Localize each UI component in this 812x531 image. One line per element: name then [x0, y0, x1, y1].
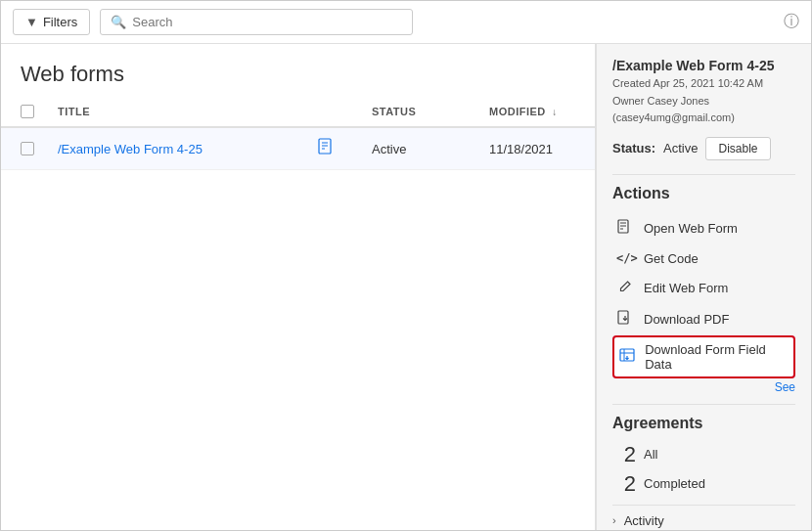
- action-get-code-label: Get Code: [644, 251, 699, 266]
- select-all-checkbox[interactable]: [21, 105, 34, 118]
- col-title-label: TITLE: [58, 106, 90, 117]
- see-more-link[interactable]: See: [612, 380, 795, 394]
- download-pdf-icon: [616, 310, 634, 329]
- row-modified-cell: 11/18/2021: [477, 127, 595, 170]
- main-content: Web forms TITLE STATUS: [1, 44, 811, 530]
- row-status-cell: Active: [360, 127, 477, 170]
- sort-icon: ↓: [552, 107, 558, 117]
- divider-1: [612, 174, 795, 175]
- chevron-right-icon: ›: [612, 514, 616, 526]
- row-form-icon-cell: [305, 127, 360, 170]
- filter-button[interactable]: ▼ Filters: [13, 9, 90, 35]
- actions-title: Actions: [612, 185, 795, 202]
- agreement-completed-count: 2: [612, 471, 636, 497]
- row-title-cell: /Example Web Form 4-25: [46, 127, 305, 170]
- row-modified: 11/18/2021: [489, 142, 553, 156]
- col-status-label: STATUS: [372, 106, 416, 117]
- open-form-icon: [616, 219, 634, 238]
- search-box: 🔍: [100, 9, 413, 35]
- table-header-row: TITLE STATUS MODIFIED ↓: [1, 97, 595, 127]
- activity-label: Activity: [624, 513, 664, 528]
- col-modified-label: MODIFIED: [489, 106, 546, 117]
- col-checkbox: [1, 97, 46, 127]
- filter-icon: ▼: [25, 15, 38, 29]
- agreement-all-row: 2 All: [612, 442, 795, 467]
- panel-created-text: Created Apr 25, 2021 10:42 AM: [612, 75, 795, 93]
- search-input[interactable]: [132, 15, 402, 29]
- svg-rect-8: [618, 311, 628, 324]
- form-icon: [317, 142, 335, 158]
- agreement-completed-label: Completed: [644, 476, 705, 491]
- download-form-field-icon: [618, 347, 635, 366]
- agreement-all-label: All: [644, 447, 657, 462]
- row-checkbox[interactable]: [21, 142, 34, 155]
- col-title: TITLE: [46, 97, 305, 127]
- agreement-all-count: 2: [612, 442, 636, 467]
- disable-button[interactable]: Disable: [705, 137, 770, 160]
- action-download-form-field-data[interactable]: Download Form Field Data: [612, 335, 795, 378]
- col-modified: MODIFIED ↓: [477, 97, 595, 127]
- table-row[interactable]: /Example Web Form 4-25: [1, 127, 595, 170]
- form-title-text[interactable]: /Example Web Form 4-25: [58, 142, 203, 156]
- panel-owner-text: Owner Casey Jones (casey4umg@gmail.com): [612, 93, 795, 127]
- action-download-pdf-label: Download PDF: [644, 312, 729, 327]
- status-label: Status:: [612, 141, 655, 155]
- info-icon[interactable]: ⓘ: [784, 12, 799, 32]
- left-panel: Web forms TITLE STATUS: [1, 44, 596, 530]
- form-title-cell: /Example Web Form 4-25: [58, 142, 293, 156]
- toolbar: ▼ Filters 🔍 ⓘ: [1, 1, 811, 44]
- filter-label: Filters: [43, 15, 77, 29]
- agreements-title: Agreements: [612, 415, 795, 432]
- search-icon: 🔍: [111, 15, 126, 29]
- action-get-code[interactable]: </> Get Code: [612, 244, 795, 273]
- status-value: Active: [663, 141, 698, 155]
- action-edit-web-form[interactable]: Edit Web Form: [612, 273, 795, 303]
- get-code-icon: </>: [616, 251, 634, 265]
- col-icon: [305, 97, 360, 127]
- action-download-pdf[interactable]: Download PDF: [612, 303, 795, 335]
- agreements-section: Agreements 2 All 2 Completed: [612, 415, 795, 497]
- agreement-completed-row: 2 Completed: [612, 471, 795, 497]
- panel-title: /Example Web Form 4-25: [612, 58, 795, 73]
- action-open-web-form-label: Open Web Form: [644, 221, 738, 236]
- col-status: STATUS: [360, 97, 477, 127]
- edit-icon: [616, 280, 634, 296]
- action-open-web-form[interactable]: Open Web Form: [612, 212, 795, 244]
- page-title: Web forms: [1, 44, 595, 97]
- action-download-form-field-data-label: Download Form Field Data: [645, 342, 789, 372]
- activity-row[interactable]: › Activity: [612, 505, 795, 530]
- web-forms-table: TITLE STATUS MODIFIED ↓: [1, 97, 595, 170]
- status-row: Status: Active Disable: [612, 137, 795, 160]
- right-panel: /Example Web Form 4-25 Created Apr 25, 2…: [596, 44, 811, 530]
- panel-created: Created Apr 25, 2021 10:42 AM Owner Case…: [612, 75, 795, 127]
- divider-2: [612, 404, 795, 405]
- action-edit-web-form-label: Edit Web Form: [644, 281, 728, 295]
- row-checkbox-cell: [1, 127, 46, 170]
- row-status: Active: [372, 142, 406, 156]
